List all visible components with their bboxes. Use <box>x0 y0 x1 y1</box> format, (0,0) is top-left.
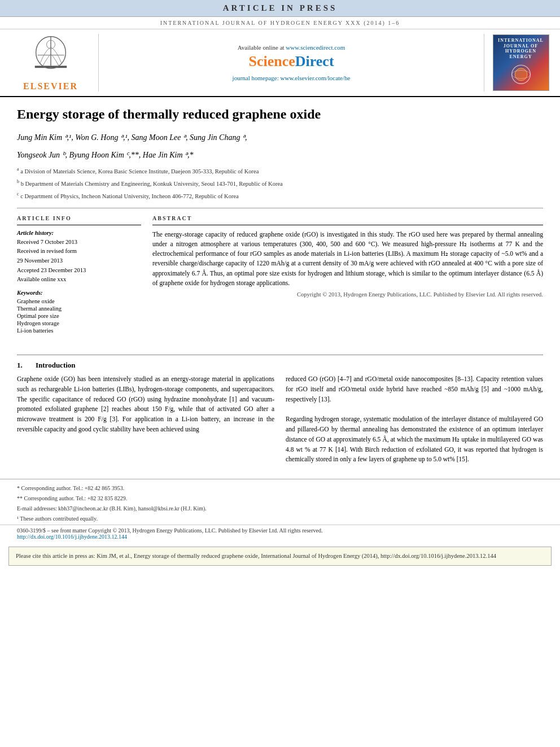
keyword-3: Optimal pore size <box>17 313 141 319</box>
body-columns: Graphene oxide (GO) has been intensively… <box>17 374 543 465</box>
elsevier-tree-icon <box>23 34 79 79</box>
footnote-star: * Corresponding author. Tel.: +82 42 865… <box>17 484 543 492</box>
journal-cover: International Journal of HYDROGEN ENERGY <box>484 34 552 91</box>
section-number: 1. <box>17 361 23 369</box>
abstract-text: The energy-storage capacity of reduced g… <box>152 230 543 289</box>
doi-url[interactable]: http://dx.doi.org/10.1016/j.ijhydene.201… <box>17 534 127 540</box>
sciencedirect-url[interactable]: www.sciencedirect.com <box>286 44 345 51</box>
section-divider <box>17 208 543 208</box>
issn-text: 0360-3199/$ – see front matter Copyright… <box>17 527 543 534</box>
history-label: Article history: <box>17 230 141 236</box>
affiliation-c: c c Department of Physics, Incheon Natio… <box>17 191 543 200</box>
revised-label: Received in revised form <box>17 247 141 256</box>
body-col-left: Graphene oxide (GO) has been intensively… <box>17 374 274 465</box>
info-abstract-columns: ARTICLE INFO Article history: Received 7… <box>17 215 543 335</box>
cover-globe-icon <box>507 62 535 88</box>
affiliation-c-text: c Department of Physics, Incheon Nationa… <box>20 193 239 199</box>
affiliation-b-text: b Department of Materials Chemistry and … <box>21 181 283 187</box>
footnote-email: E-mail addresses: kbh37@incheon.ac.kr (B… <box>17 504 543 513</box>
doi-section: 0360-3199/$ – see front matter Copyright… <box>0 525 560 542</box>
journal-title-bar: INTERNATIONAL JOURNAL OF HYDROGEN ENERGY… <box>0 17 560 29</box>
body-divider <box>17 355 543 355</box>
intro-col2-text: reduced GO (rGO) [4–7] and rGO/metal oxi… <box>286 374 543 465</box>
direct-part: Direct <box>295 53 334 69</box>
journal-cover-image: International Journal of HYDROGEN ENERGY <box>493 34 549 91</box>
abstract-title: ABSTRACT <box>152 215 543 221</box>
footnotes-section: * Corresponding author. Tel.: +82 42 865… <box>0 479 560 523</box>
keyword-5: Li-ion batteries <box>17 327 141 334</box>
center-header: Available online at www.sciencedirect.co… <box>99 34 484 91</box>
section-title: Introduction <box>36 361 76 369</box>
article-info-divider <box>17 225 141 225</box>
cover-title-text: International Journal of HYDROGEN ENERGY <box>496 38 546 59</box>
accepted-date: Accepted 23 December 2013 <box>17 267 141 275</box>
article-info-column: ARTICLE INFO Article history: Received 7… <box>17 215 141 335</box>
received-date: Received 7 October 2013 <box>17 238 141 247</box>
citation-text: Please cite this article in press as: Ki… <box>16 553 496 559</box>
doi-link: http://dx.doi.org/10.1016/j.ijhydene.201… <box>17 534 543 540</box>
intro-heading: 1. Introduction <box>17 361 543 370</box>
affiliation-a: a a Division of Materials Science, Korea… <box>17 166 543 176</box>
sciencedirect-logo: ScienceDirect <box>110 53 473 70</box>
keyword-4: Hydrogen storage <box>17 320 141 326</box>
footnote-double-star: ** Corresponding author. Tel.: +82 32 83… <box>17 494 543 503</box>
abstract-copyright: Copyright © 2013, Hydrogen Energy Public… <box>152 291 543 298</box>
revised-date: 29 November 2013 <box>17 257 141 265</box>
affiliation-a-text: a Division of Materials Science, Korea B… <box>20 168 259 174</box>
body-col-right: reduced GO (rGO) [4–7] and rGO/metal oxi… <box>286 374 543 465</box>
journal-homepage-link[interactable]: journal homepage: www.elsevier.com/locat… <box>233 75 351 81</box>
available-online: Available online xxx <box>17 276 141 284</box>
svg-rect-0 <box>34 65 66 68</box>
paper-title: Energy storage of thermally reduced grap… <box>17 106 543 123</box>
keyword-1: Graphene oxide <box>17 298 141 304</box>
abstract-column: ABSTRACT The energy-storage capacity of … <box>152 215 543 335</box>
header-section: ELSEVIER Available online at www.science… <box>0 29 560 97</box>
footnote-superscript: ¹ These authors contributed equally. <box>17 514 543 523</box>
abstract-divider <box>152 225 543 225</box>
citation-box: Please cite this article in press as: Ki… <box>8 547 552 566</box>
keywords-label: Keywords: <box>17 290 141 296</box>
keyword-2: Thermal annealing <box>17 305 141 312</box>
intro-col1-text: Graphene oxide (GO) has been intensively… <box>17 374 274 435</box>
affiliation-b: b b Department of Materials Chemistry an… <box>17 178 543 188</box>
article-info-title: ARTICLE INFO <box>17 215 141 221</box>
available-online-label: Available online at <box>238 44 285 51</box>
elsevier-logo: ELSEVIER <box>8 34 99 91</box>
journal-homepage: journal homepage: www.elsevier.com/locat… <box>110 75 473 81</box>
article-in-press-banner: ARTICLE IN PRESS <box>0 0 560 17</box>
authors-line1: Jung Min Kim ᵃ,¹, Won G. Hong ᵃ,¹, Sang … <box>17 132 543 144</box>
authors-line2: Yongseok Jun ᵇ, Byung Hoon Kim ᶜ,**, Hae… <box>17 149 543 161</box>
available-online-text: Available online at www.sciencedirect.co… <box>110 44 473 51</box>
science-part: Science <box>248 53 295 69</box>
paper-content: Energy storage of thermally reduced grap… <box>0 97 560 340</box>
elsevier-wordmark: ELSEVIER <box>23 81 78 91</box>
main-body: 1. Introduction Graphene oxide (GO) has … <box>0 340 560 470</box>
